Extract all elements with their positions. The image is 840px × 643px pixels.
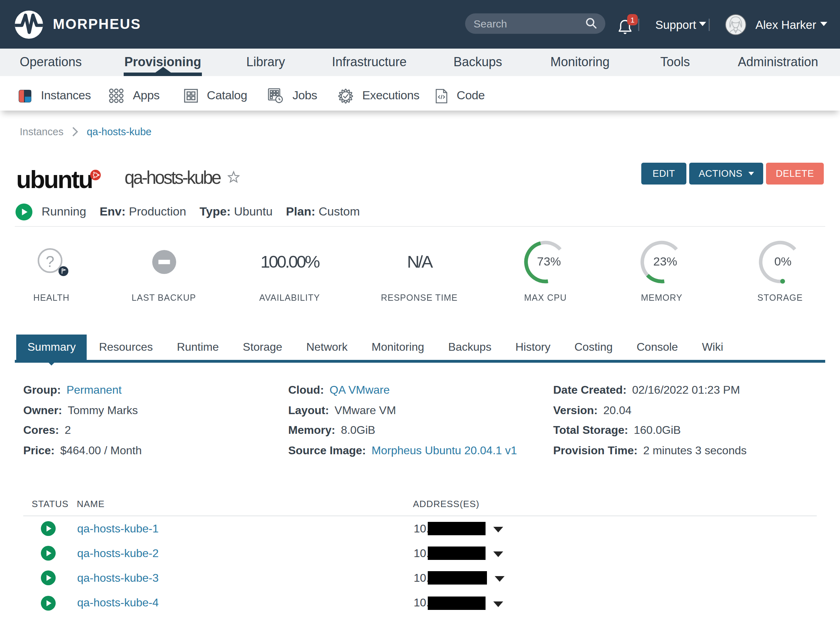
svg-text:?: ? [46, 253, 54, 270]
